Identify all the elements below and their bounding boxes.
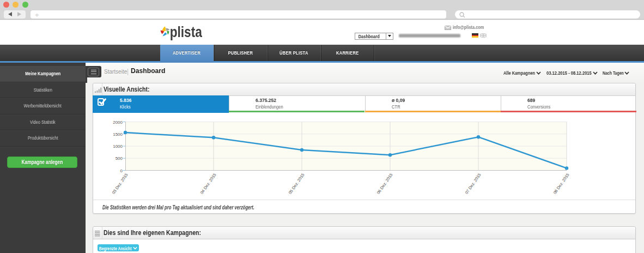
svg-text:08 Dez. 2015: 08 Dez. 2015 (552, 172, 570, 195)
svg-text:0: 0 (120, 168, 123, 173)
svg-text:1500: 1500 (113, 132, 123, 137)
svg-text:06 Dez. 2015: 06 Dez. 2015 (376, 172, 394, 195)
svg-text:04 Dez. 2015: 04 Dez. 2015 (199, 172, 217, 195)
svg-text:1000: 1000 (113, 144, 123, 149)
svg-text:05 Dez. 2015: 05 Dez. 2015 (288, 172, 306, 195)
svg-text:03 Dez. 2015: 03 Dez. 2015 (111, 172, 129, 195)
svg-text:2000: 2000 (113, 120, 123, 125)
svg-text:500: 500 (116, 156, 123, 161)
svg-text:07 Dez. 2015: 07 Dez. 2015 (464, 172, 482, 195)
